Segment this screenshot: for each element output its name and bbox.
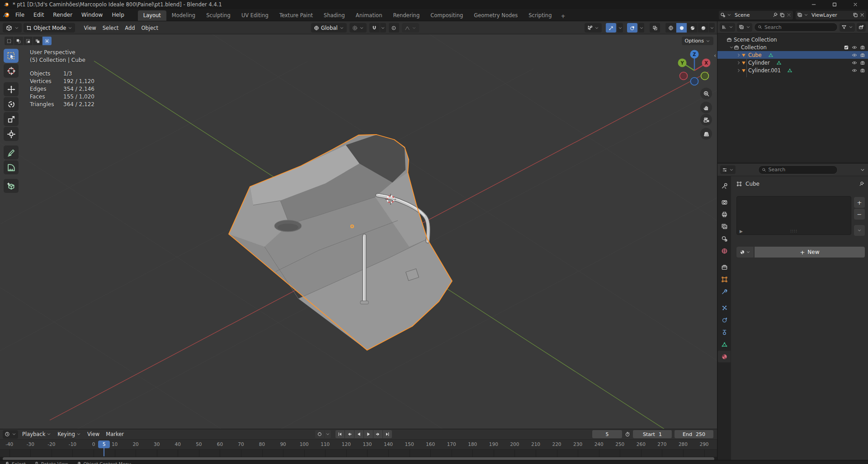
select-invert-button[interactable] xyxy=(33,37,42,45)
gizmo-options-dropdown[interactable] xyxy=(617,23,623,33)
eye-icon[interactable] xyxy=(852,60,857,66)
properties-tab-view-layer[interactable] xyxy=(718,220,731,232)
shading-options-dropdown[interactable] xyxy=(709,23,715,33)
properties-editor-type-button[interactable] xyxy=(720,165,736,174)
gizmo-axis-x-neg[interactable] xyxy=(680,72,688,80)
timeline-editor-type-button[interactable] xyxy=(3,430,18,439)
prev-key-button[interactable] xyxy=(345,430,354,438)
current-frame-field[interactable]: 5 xyxy=(592,430,622,438)
eye-icon[interactable] xyxy=(852,45,857,50)
pan-button[interactable] xyxy=(700,102,712,113)
timeline-menu-playback[interactable]: Playback xyxy=(19,430,54,438)
workspace-tab-scripting[interactable]: Scripting xyxy=(523,10,557,21)
viewlayer-selector[interactable]: ViewLayer xyxy=(796,11,866,19)
minimize-button[interactable] xyxy=(805,0,823,9)
next-key-button[interactable] xyxy=(373,430,382,438)
timeline-menu-view[interactable]: View xyxy=(84,430,103,438)
snap-toggle[interactable] xyxy=(369,23,380,33)
viewport-menu-add[interactable]: Add xyxy=(122,24,138,32)
camera-icon[interactable] xyxy=(860,60,865,66)
navigation-gizmo[interactable]: Z Y X xyxy=(676,48,715,86)
shading-solid-button[interactable] xyxy=(676,23,687,33)
workspace-tab-rendering[interactable]: Rendering xyxy=(387,10,425,21)
unlink-scene-icon[interactable] xyxy=(786,12,792,18)
add-slot-button[interactable]: + xyxy=(854,197,865,208)
workspace-tab-geometry-nodes[interactable]: Geometry Nodes xyxy=(468,10,523,21)
outliner-filter-dropdown[interactable] xyxy=(840,23,855,32)
tool-measure-button[interactable] xyxy=(4,160,19,174)
transform-orientation-dropdown[interactable]: Global xyxy=(311,23,347,33)
show-overlays-toggle[interactable] xyxy=(627,23,637,33)
tool-cursor-button[interactable] xyxy=(4,64,19,78)
outliner-row-cube[interactable]: Cube xyxy=(717,51,868,59)
new-material-button[interactable]: + New xyxy=(755,247,865,258)
properties-tab-constraints[interactable] xyxy=(718,326,731,338)
workspace-tab-layout[interactable]: Layout xyxy=(138,10,166,21)
properties-tab-object[interactable] xyxy=(718,273,731,285)
auto-keying-toggle[interactable] xyxy=(315,430,324,438)
material-slots-list[interactable]: ▶ :::: xyxy=(736,196,851,235)
timeline-ruler[interactable]: 5 -40-30-20-1001020304050607080901001101… xyxy=(0,440,717,449)
select-extend-button[interactable] xyxy=(14,37,23,45)
properties-tab-modifiers[interactable] xyxy=(718,286,731,297)
model-cube-dashboard[interactable] xyxy=(229,135,452,350)
camera-icon[interactable] xyxy=(860,45,865,50)
new-viewlayer-icon[interactable] xyxy=(853,12,858,18)
shading-wireframe-button[interactable] xyxy=(665,23,676,33)
start-frame-field[interactable]: Start 1 xyxy=(633,430,672,438)
tool-scale-button[interactable] xyxy=(4,112,19,126)
viewport-menu-object[interactable]: Object xyxy=(138,24,161,32)
select-set-button[interactable] xyxy=(5,37,14,45)
outliner-row-collection[interactable]: Collection xyxy=(717,43,868,51)
xray-toggle[interactable] xyxy=(650,23,660,33)
workspace-tab-texture-paint[interactable]: Texture Paint xyxy=(274,10,318,21)
tool-annotate-button[interactable] xyxy=(4,145,19,159)
end-frame-field[interactable]: End 250 xyxy=(675,430,713,438)
stopwatch-icon[interactable] xyxy=(625,431,630,437)
workspace-tab-uv-editing[interactable]: UV Editing xyxy=(236,10,274,21)
gizmo-axis-z-neg[interactable] xyxy=(691,78,698,85)
sidebar-collapse-arrow[interactable]: ‹ xyxy=(714,52,716,59)
remove-viewlayer-icon[interactable] xyxy=(859,12,865,18)
properties-tab-scene[interactable] xyxy=(718,233,731,244)
chevron-right-icon[interactable] xyxy=(736,61,741,65)
options-button[interactable]: Options xyxy=(682,37,713,45)
properties-tab-material[interactable] xyxy=(718,351,731,362)
workspace-tab-shading[interactable]: Shading xyxy=(318,10,350,21)
menu-window[interactable]: Window xyxy=(77,10,107,19)
outliner-filter-id-dropdown[interactable] xyxy=(737,23,752,32)
proportional-editing-toggle[interactable] xyxy=(389,23,399,33)
overlays-options-dropdown[interactable] xyxy=(638,23,644,33)
viewport-menu-view[interactable]: View xyxy=(80,24,99,32)
outliner-row-cylinder[interactable]: Cylinder xyxy=(717,59,868,66)
gizmo-axis-y-neg[interactable] xyxy=(701,72,709,80)
properties-tab-output[interactable] xyxy=(718,208,731,220)
tool-select-box-button[interactable] xyxy=(4,49,19,63)
eye-icon[interactable] xyxy=(852,68,857,73)
tool-add-cube-button[interactable] xyxy=(4,179,19,193)
chevron-right-icon[interactable] xyxy=(736,68,741,73)
camera-icon[interactable] xyxy=(860,52,865,58)
camera-icon[interactable] xyxy=(860,68,865,73)
viewport-menu-select[interactable]: Select xyxy=(99,24,122,32)
properties-tab-physics[interactable] xyxy=(718,314,731,326)
shading-material-button[interactable] xyxy=(687,23,698,33)
timeline-channels[interactable] xyxy=(0,449,717,457)
snap-options-dropdown[interactable] xyxy=(380,23,386,33)
tool-transform-button[interactable] xyxy=(4,127,19,141)
new-scene-icon[interactable] xyxy=(779,12,785,18)
mode-dropdown[interactable]: Object Mode xyxy=(24,23,75,33)
workspace-tab-compositing[interactable]: Compositing xyxy=(425,10,468,21)
menu-help[interactable]: Help xyxy=(107,10,128,19)
playhead-line[interactable] xyxy=(104,448,104,456)
properties-tab-collection[interactable] xyxy=(718,261,731,273)
editor-type-button[interactable] xyxy=(3,23,22,33)
jump-end-button[interactable] xyxy=(383,430,392,438)
close-button[interactable] xyxy=(846,0,864,9)
chevron-down-icon[interactable] xyxy=(729,45,734,50)
properties-options-dropdown[interactable] xyxy=(860,167,865,173)
tool-rotate-button[interactable] xyxy=(4,97,19,111)
scene-selector[interactable]: Scene xyxy=(719,11,793,19)
timeline-menu-keying[interactable]: Keying xyxy=(54,430,84,438)
tool-move-button[interactable] xyxy=(4,82,19,96)
